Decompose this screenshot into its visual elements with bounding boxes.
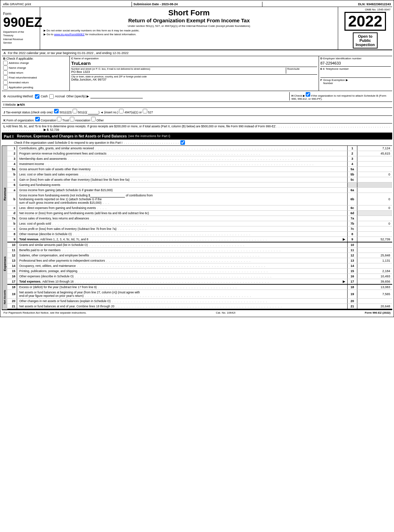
form-reference: Form 990-EZ (2022) [365, 311, 391, 314]
return-title: Return of Organization Exempt From Incom… [44, 17, 334, 23]
c527-checkbox[interactable] [143, 109, 147, 113]
section-i: I Website: ▶N/A [2, 102, 392, 108]
omb-number: OMB No. 1545-0047 [365, 8, 391, 11]
street-address: PO Box 1323 [71, 70, 284, 74]
revenue-section: Revenue 1 Contributions, gifts, grants, … [2, 146, 392, 242]
trust-checkbox[interactable] [57, 117, 61, 121]
table-row: 17 Total expenses. Add lines 10 through … [7, 279, 392, 285]
section-a: A For the 2022 calendar year, or tax yea… [2, 50, 392, 56]
page-footer: For Paperwork Reduction Act Notice, see … [2, 309, 392, 315]
org-name: TruLearn [71, 61, 317, 66]
table-row: b Less: cost or other basis and sales ex… [7, 172, 392, 177]
l-amount: 52,739 [50, 128, 59, 132]
efile-label: efile GRAPHIC print [2, 2, 132, 7]
accrual-checkbox[interactable] [49, 94, 54, 99]
net-assets-side-label: Net Assets [2, 285, 7, 309]
table-row: d Net income or (loss) from gaming and f… [7, 211, 392, 216]
short-form-title: Short Form [44, 8, 334, 17]
section-b: B Check if applicable: Address change Na… [2, 56, 70, 91]
go-to-text: ▶ Go to www.irs.gov/Form990EZ for instru… [44, 33, 334, 36]
table-row: 6 Gaming and fundraising events [7, 182, 392, 188]
name-change-checkbox[interactable] [3, 66, 8, 70]
final-return-check[interactable]: Final return/terminated [3, 75, 68, 80]
cc-checkbox[interactable] [73, 109, 77, 113]
under-section-text: Under section 501(c), 527, or 4947(a)(1)… [44, 24, 334, 28]
amended-return-check[interactable]: Amended return [3, 80, 68, 85]
table-row: b Gross income from fundraising events (… [7, 193, 392, 205]
table-row: 11 Benefits paid to or for members . . .… [7, 248, 392, 253]
table-row: 9 Total revenue. Add lines 1, 2, 3, 4, 5… [7, 237, 392, 242]
table-row: 19 Net assets or fund balances at beginn… [7, 290, 392, 299]
table-row: 16 Other expenses (describe in Schedule … [7, 274, 392, 279]
section-j: J Tax-exempt status (check only one): 50… [2, 108, 392, 116]
c3-checkbox[interactable] [54, 109, 59, 113]
table-row: c Gross profit or (loss) from sales of i… [7, 226, 392, 232]
application-pending-check[interactable]: Application pending [3, 85, 68, 90]
other-k-checkbox[interactable] [91, 117, 96, 121]
table-row: 21 Net assets or fund balances at end of… [7, 304, 392, 309]
c4947-checkbox[interactable] [119, 109, 124, 113]
final-return-checkbox[interactable] [3, 75, 8, 80]
section-l: L Add lines 5b, 6c, and 7b to line 9 to … [2, 123, 392, 133]
do-not-enter-text: ▶ Do not enter social security numbers o… [44, 29, 334, 32]
schedule-b-checkbox[interactable] [306, 92, 310, 97]
amended-return-checkbox[interactable] [3, 80, 8, 85]
form-page: efile GRAPHIC print Submission Date - 20… [0, 0, 394, 317]
address-change-check[interactable]: Address change [3, 61, 68, 65]
form-number: 990EZ [3, 16, 38, 29]
ein-display: 87-2294633 [320, 61, 391, 65]
table-row: 20 Other changes in net assets or fund b… [7, 299, 392, 304]
open-inspection-box: Open to Public Inspection [353, 32, 378, 48]
table-row: a Gross income from gaming (attach Sched… [7, 188, 392, 193]
year-display: 2022 [344, 12, 386, 31]
table-row: c Less: direct expenses from gaming and … [7, 205, 392, 211]
part1-check-row: Check if the organization used Schedule … [2, 140, 392, 146]
section-g: G Accounting Method: Cash Accrual Other … [2, 91, 392, 102]
section-c: C Name of organization TruLearn Number a… [70, 56, 319, 91]
table-row: 12 Salaries, other compensation, and emp… [7, 253, 392, 258]
city-state-zip: Delta Junction, AK 99737 [71, 78, 317, 81]
net-assets-section: Net Assets 18 Excess or (deficit) for th… [2, 285, 392, 309]
table-row: c Gain or (loss) from sale of assets oth… [7, 177, 392, 182]
part1-schedule-o-checkbox[interactable] [180, 140, 185, 145]
initial-return-checkbox[interactable] [3, 70, 8, 75]
table-row: 14 Occupancy, rent, utilities, and maint… [7, 263, 392, 269]
table-row: 3 Membership dues and assessments . . . … [7, 156, 392, 162]
table-row: 10 Grants and similar amounts paid (list… [7, 242, 392, 248]
revenue-side-label: Revenue [2, 146, 7, 242]
table-row: 5a Gross amount from sale of assets othe… [7, 167, 392, 172]
submission-label: Submission Date - 2023-08-24 [132, 2, 262, 7]
table-row: 1 Contributions, gifts, grants, and simi… [7, 146, 392, 151]
address-change-checkbox[interactable] [3, 61, 8, 65]
cash-checkbox[interactable] [35, 94, 39, 99]
expenses-side-label: Expenses [2, 242, 7, 285]
dept-info: Department of the Treasury Internal Reve… [3, 30, 38, 45]
assoc-checkbox[interactable] [70, 117, 74, 121]
dln-label: DLN: 93492236012243 [262, 2, 392, 7]
cat-number: Cat. No. 10642I [216, 311, 236, 314]
table-row: 18 Excess or (deficit) for the year (Sub… [7, 285, 392, 290]
table-row: 13 Professional fees and other payments … [7, 258, 392, 263]
part1-header: Part I Revenue, Expenses, and Changes in… [2, 133, 392, 140]
application-pending-checkbox[interactable] [3, 85, 8, 90]
table-row: 15 Printing, publications, postage, and … [7, 269, 392, 274]
paperwork-notice: For Paperwork Reduction Act Notice, see … [3, 311, 87, 314]
table-row: 2 Program service revenue including gove… [7, 151, 392, 156]
initial-return-check[interactable]: Initial return [3, 70, 68, 75]
name-change-check[interactable]: Name change [3, 66, 68, 70]
table-row: 8 Other revenue (describe in Schedule O)… [7, 232, 392, 237]
expenses-section: Expenses 10 Grants and similar amounts p… [2, 242, 392, 285]
corp-checkbox[interactable] [35, 117, 40, 121]
section-d: D Employer identification number 87-2294… [319, 56, 392, 91]
section-k: K Form of organization: Corporation Trus… [2, 116, 392, 123]
table-row: b Less: cost of goods sold . . . . . . .… [7, 221, 392, 226]
table-row: 4 Investment income . . . . . . . . . . … [7, 162, 392, 167]
table-row: 7a Gross sales of inventory, less return… [7, 216, 392, 221]
